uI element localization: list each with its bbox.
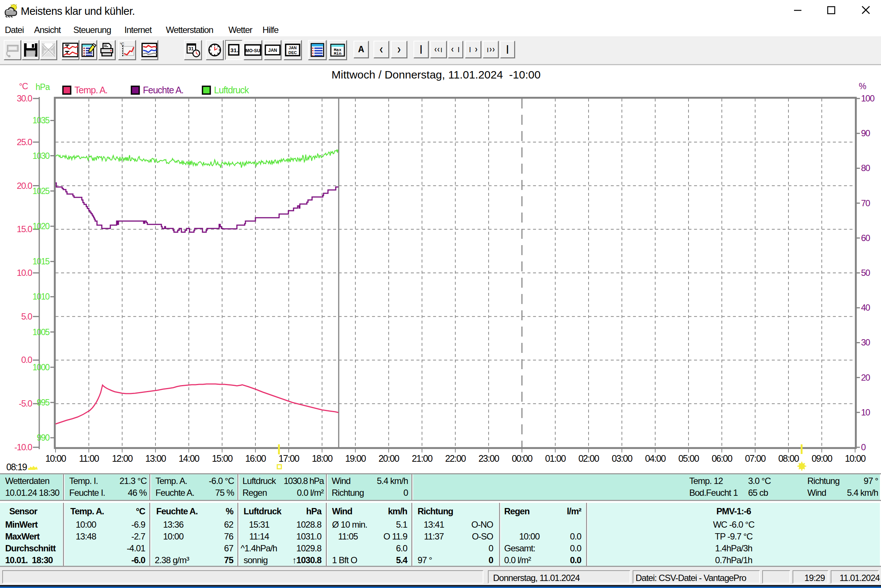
svg-text:100: 100 bbox=[861, 93, 875, 103]
svg-text:Luftdruck: Luftdruck bbox=[214, 85, 249, 95]
svg-text:40: 40 bbox=[861, 303, 870, 312]
svg-text:10.0: 10.0 bbox=[16, 268, 32, 278]
svg-text:90: 90 bbox=[861, 128, 870, 138]
svg-text:15.0: 15.0 bbox=[16, 224, 32, 234]
svg-text:70: 70 bbox=[861, 198, 870, 208]
svg-text:09:00: 09:00 bbox=[811, 453, 832, 464]
svg-text:1005: 1005 bbox=[33, 327, 49, 337]
svg-text:22:00: 22:00 bbox=[445, 453, 466, 464]
svg-text:21:00: 21:00 bbox=[412, 453, 432, 464]
svg-text:995: 995 bbox=[37, 398, 49, 407]
svg-text:80: 80 bbox=[861, 163, 870, 173]
svg-text:04:00: 04:00 bbox=[645, 453, 665, 464]
svg-text:01:00: 01:00 bbox=[545, 453, 566, 464]
svg-text:Feuchte A.: Feuchte A. bbox=[143, 85, 184, 95]
svg-text:19:00: 19:00 bbox=[345, 453, 366, 464]
svg-text:1015: 1015 bbox=[33, 256, 49, 266]
svg-text:1030: 1030 bbox=[33, 151, 49, 161]
svg-text:990: 990 bbox=[37, 433, 49, 442]
svg-text:08:00: 08:00 bbox=[778, 453, 799, 464]
svg-text:20: 20 bbox=[861, 372, 870, 382]
svg-text:08:19: 08:19 bbox=[6, 462, 27, 472]
svg-text:0: 0 bbox=[861, 442, 866, 452]
svg-text:23:00: 23:00 bbox=[478, 453, 499, 464]
svg-text:00:00: 00:00 bbox=[512, 453, 532, 464]
svg-text:30: 30 bbox=[861, 338, 870, 347]
svg-text:02:00: 02:00 bbox=[578, 453, 599, 464]
svg-text:-5.0: -5.0 bbox=[19, 398, 33, 408]
svg-text:1025: 1025 bbox=[33, 186, 49, 196]
svg-text:15:00: 15:00 bbox=[212, 453, 232, 464]
svg-text:10:00: 10:00 bbox=[845, 453, 866, 464]
svg-text:0.0: 0.0 bbox=[21, 355, 32, 365]
svg-text:07:00: 07:00 bbox=[745, 453, 766, 464]
svg-text:10:00: 10:00 bbox=[45, 453, 66, 464]
svg-text:10: 10 bbox=[861, 407, 870, 417]
svg-text:Mittwoch / Donnerstag, 11.01.2: Mittwoch / Donnerstag, 11.01.2024 -10:00 bbox=[332, 69, 541, 81]
svg-text:1035: 1035 bbox=[33, 116, 49, 125]
svg-text:16:00: 16:00 bbox=[245, 453, 266, 464]
svg-text:5.0: 5.0 bbox=[21, 311, 32, 321]
svg-text:05:00: 05:00 bbox=[678, 453, 699, 464]
svg-text:60: 60 bbox=[861, 233, 870, 243]
svg-text:13:00: 13:00 bbox=[145, 453, 166, 464]
svg-text:11:00: 11:00 bbox=[79, 453, 99, 464]
svg-text:20.0: 20.0 bbox=[16, 181, 32, 191]
svg-text:17:00: 17:00 bbox=[279, 453, 299, 464]
svg-text:25.0: 25.0 bbox=[16, 137, 32, 147]
svg-text:Temp. A.: Temp. A. bbox=[74, 85, 107, 95]
svg-text:1000: 1000 bbox=[33, 363, 49, 372]
svg-text:hPa: hPa bbox=[36, 82, 50, 92]
svg-text:18:00: 18:00 bbox=[312, 453, 333, 464]
svg-text:1020: 1020 bbox=[33, 221, 49, 231]
svg-text:%: % bbox=[859, 81, 866, 91]
svg-text:12:00: 12:00 bbox=[112, 453, 132, 464]
svg-text:20:00: 20:00 bbox=[378, 453, 399, 464]
svg-text:03:00: 03:00 bbox=[611, 453, 632, 464]
svg-text:1010: 1010 bbox=[33, 292, 49, 302]
svg-text:06:00: 06:00 bbox=[712, 453, 732, 464]
svg-text:30.0: 30.0 bbox=[16, 93, 32, 103]
svg-text:°C: °C bbox=[19, 81, 28, 91]
svg-text:50: 50 bbox=[861, 268, 870, 278]
svg-text:14:00: 14:00 bbox=[178, 453, 199, 464]
svg-text:-10.0: -10.0 bbox=[15, 442, 32, 452]
